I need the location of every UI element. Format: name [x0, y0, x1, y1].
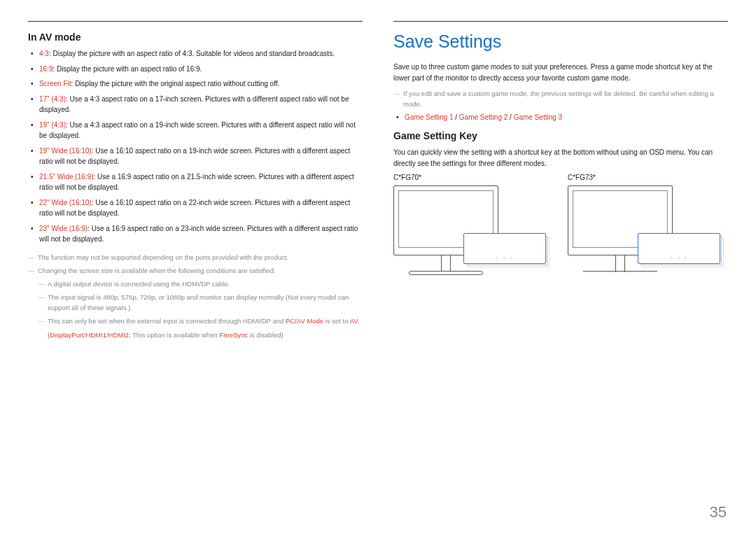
list-item: 22" Wide (16:10): Use a 16:10 aspect rat…	[39, 197, 363, 219]
footnote: The input signal is 480p, 576p, 720p, or…	[38, 292, 363, 313]
list-item: 19" (4:3): Use a 4:3 aspect ratio on a 1…	[39, 120, 363, 141]
footnote: A digital output device is connected usi…	[38, 279, 363, 289]
heading-save-settings: Save Settings	[393, 31, 728, 52]
list-item: 4:3: Display the picture with an aspect …	[39, 48, 363, 59]
av-mode-list: 4:3: Display the picture with an aspect …	[28, 48, 363, 245]
body-text: You can quickly view the setting with a …	[393, 147, 728, 169]
list-item: 16:9: Display the picture with an aspect…	[39, 64, 363, 75]
list-item: 17" (4:3): Use a 4:3 aspect ratio on a 1…	[39, 94, 363, 115]
stand-neck	[615, 255, 625, 272]
monitor-diagram: ○ ○ ○	[393, 185, 540, 297]
list-item: 19" Wide (16:10): Use a 16:10 aspect rat…	[39, 146, 363, 167]
dots-icon: ○ ○ ○	[638, 255, 720, 260]
divider-left	[28, 21, 363, 22]
popup-overlay: ○ ○ ○	[463, 233, 546, 264]
footnote: This can only be set when the external i…	[38, 316, 363, 326]
footnote: (DisplayPort/HDMI1/HDMI2: This option is…	[48, 330, 363, 340]
footnote: The function may not be supported depend…	[28, 252, 363, 262]
stand-base	[583, 271, 657, 272]
left-column: In AV mode 4:3: Display the picture with…	[28, 21, 363, 343]
diagram-row: C*FG70* ○ ○ ○ C*FG73*	[393, 174, 728, 297]
list-item: Game Setting 1 / Game Setting 2 / Game S…	[405, 112, 728, 123]
body-text: Save up to three custom game modes to su…	[393, 62, 728, 84]
model-label: C*FG70*	[393, 174, 554, 181]
diagram-column: C*FG73* ○ ○ ○	[568, 174, 728, 297]
footnote: If you edit and save a custom game mode,…	[393, 88, 728, 109]
list-item: 23" Wide (16:9): Use a 16:9 aspect ratio…	[39, 223, 363, 245]
list-item: Screen Fit: Display the picture with the…	[39, 78, 363, 90]
game-setting-list: Game Setting 1 / Game Setting 2 / Game S…	[393, 112, 728, 123]
dots-icon: ○ ○ ○	[464, 255, 545, 260]
popup-overlay: ○ ○ ○	[638, 233, 720, 264]
list-item: 21.5" Wide (16:9): Use a 16:9 aspect rat…	[39, 171, 363, 193]
right-column: Save Settings Save up to three custom ga…	[393, 21, 728, 343]
page-number: 35	[710, 503, 727, 521]
monitor-diagram: ○ ○ ○	[568, 185, 715, 297]
footnote: Changing the screen size is available wh…	[28, 265, 363, 276]
heading-in-av-mode: In AV mode	[28, 31, 363, 43]
diagram-column: C*FG70* ○ ○ ○	[393, 174, 554, 297]
heading-game-setting-key: Game Setting Key	[393, 130, 728, 141]
divider-right	[393, 21, 728, 22]
stand-neck	[441, 255, 451, 272]
stand-base	[409, 271, 483, 275]
model-label: C*FG73*	[568, 174, 728, 181]
